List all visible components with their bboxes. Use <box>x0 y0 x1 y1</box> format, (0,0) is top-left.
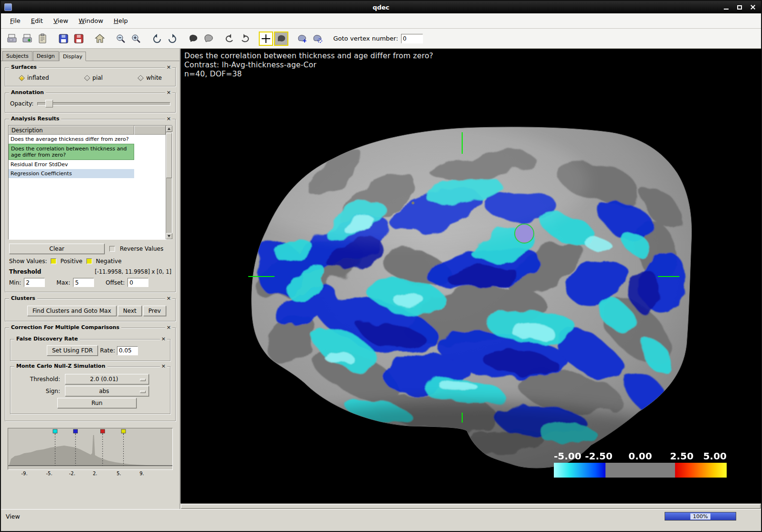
view-horizontal-scrollbar[interactable] <box>180 503 761 509</box>
inflated-brain-render[interactable] <box>235 125 694 469</box>
menu-window[interactable]: Window <box>74 15 107 26</box>
set-using-fdr-button[interactable]: Set Using FDR <box>47 345 98 356</box>
clear-button[interactable]: Clear <box>9 244 105 254</box>
tab-design[interactable]: Design <box>33 51 59 61</box>
positive-min-marker[interactable] <box>100 429 105 435</box>
clusters-group: Clusters × Find Clusters and Goto Max Ne… <box>5 298 176 321</box>
slider-track[interactable] <box>37 102 170 106</box>
find-clusters-button[interactable]: Find Clusters and Goto Max <box>27 306 116 316</box>
annotation-close-icon[interactable]: × <box>165 89 172 96</box>
maximize-button[interactable] <box>734 3 745 11</box>
threshold-histogram[interactable] <box>8 428 173 470</box>
redo-button[interactable] <box>238 32 252 46</box>
min-input[interactable] <box>24 278 45 287</box>
load-label-button[interactable] <box>35 32 50 46</box>
hscroll-thumb[interactable] <box>181 504 761 509</box>
correction-close-icon[interactable]: × <box>165 324 172 331</box>
redo-icon <box>239 33 251 44</box>
progress-bar: 100% <box>665 512 736 521</box>
radio-diamond-icon <box>19 75 25 81</box>
select-region-tool-button[interactable] <box>274 32 288 46</box>
scroll-up-button[interactable] <box>166 126 172 132</box>
surface-main-button[interactable] <box>186 32 201 46</box>
fdr-close-icon[interactable]: × <box>160 336 167 342</box>
close-icon <box>750 4 756 10</box>
surface-option-pial[interactable]: pial <box>85 74 103 81</box>
surface-option-white[interactable]: white <box>138 74 162 81</box>
zoom-out-button[interactable] <box>114 32 128 46</box>
select-label-button[interactable] <box>310 32 325 46</box>
menu-file[interactable]: File <box>6 15 25 26</box>
crosshair-tool-icon <box>260 33 272 44</box>
overlay-dof-line: n=40, DOF=38 <box>184 70 434 79</box>
clusters-close-icon[interactable]: × <box>165 295 172 302</box>
colorbar-gradient <box>554 463 727 478</box>
empty-column-header <box>134 126 166 135</box>
minimize-button[interactable] <box>721 3 731 11</box>
surfaces-close-icon[interactable]: × <box>165 64 172 71</box>
show-values-label: Show Values: <box>9 258 47 265</box>
goto-vertex-input[interactable] <box>401 34 423 43</box>
scrollbar-track[interactable] <box>166 132 172 233</box>
rotate-right-button[interactable] <box>165 32 180 46</box>
close-button[interactable] <box>748 3 758 11</box>
menu-view[interactable]: View <box>49 15 73 26</box>
home-button[interactable] <box>93 32 107 46</box>
colorbar-label: -2.50 <box>585 450 613 462</box>
opacity-slider[interactable] <box>37 100 170 107</box>
analysis-row-avg-thickness[interactable]: Does the average thickness differ from z… <box>9 135 134 144</box>
tab-display[interactable]: Display <box>59 52 86 61</box>
threshold-label: Threshold <box>9 268 41 275</box>
undo-button[interactable] <box>222 32 237 46</box>
zoom-in-icon <box>130 33 142 44</box>
negative-min-marker[interactable] <box>74 429 78 435</box>
next-cluster-button[interactable]: Next <box>118 306 142 316</box>
positive-max-marker[interactable] <box>121 429 126 435</box>
crosshair-tool-button[interactable] <box>259 32 273 46</box>
negative-checkbox[interactable] <box>86 258 92 264</box>
analysis-row-residual-error[interactable]: Residual Error StdDev <box>9 160 134 169</box>
mc-sign-dropdown[interactable]: abs <box>65 386 149 396</box>
menu-edit[interactable]: Edit <box>27 15 47 26</box>
minimize-icon <box>724 9 729 10</box>
monte-carlo-close-icon[interactable]: × <box>160 363 167 370</box>
tab-subjects[interactable]: Subjects <box>2 51 32 61</box>
offset-input[interactable] <box>127 278 148 287</box>
surface-option-inflated[interactable]: inflated <box>20 74 49 81</box>
load-data-table-button[interactable] <box>5 32 19 46</box>
load-project-button[interactable] <box>20 32 34 46</box>
vertex-dot <box>412 202 414 204</box>
analysis-row-regression-coefficients[interactable]: Regression Coefficients <box>9 169 134 178</box>
add-label-button[interactable] <box>295 32 309 46</box>
radio-diamond-icon <box>138 75 144 81</box>
prev-cluster-button[interactable]: Prev <box>143 306 166 316</box>
table-scrollbar[interactable] <box>166 126 172 239</box>
positive-label: Positive <box>60 258 82 265</box>
scrollbar-thumb[interactable] <box>166 133 172 178</box>
rate-input[interactable] <box>117 346 138 355</box>
qdec-window: qdec File Edit View Window Help <box>0 0 762 532</box>
surface-aux-button[interactable] <box>201 32 216 46</box>
scroll-down-button[interactable] <box>166 233 172 239</box>
maximize-icon <box>737 5 742 10</box>
rotate-left-button[interactable] <box>150 32 164 46</box>
description-column-header[interactable]: Description <box>9 126 134 135</box>
save-data-table-button[interactable] <box>56 32 71 46</box>
menu-help[interactable]: Help <box>109 15 132 26</box>
analysis-results-close-icon[interactable]: × <box>165 116 172 122</box>
surface-viewport[interactable]: Does the correlation between thickness a… <box>180 49 761 503</box>
zoom-in-button[interactable] <box>129 32 143 46</box>
save-project-button[interactable] <box>72 32 86 46</box>
slider-handle[interactable] <box>45 100 53 107</box>
reverse-values-checkbox[interactable] <box>109 246 115 252</box>
selected-cluster-marker[interactable] <box>515 224 534 243</box>
threshold-range-text: [-11.9958, 11.9958] x [0, 1] <box>95 268 171 275</box>
max-input[interactable] <box>73 278 94 287</box>
run-simulation-button[interactable]: Run <box>57 398 137 408</box>
positive-checkbox[interactable] <box>51 258 56 264</box>
histogram-plot <box>8 428 172 469</box>
analysis-row-thickness-age-correlation[interactable]: Does the correlation between thickness a… <box>9 144 134 160</box>
mc-threshold-dropdown[interactable]: 2.0 (0.01) <box>65 374 149 384</box>
rate-label: Rate: <box>100 347 115 354</box>
negative-max-marker[interactable] <box>53 429 57 435</box>
